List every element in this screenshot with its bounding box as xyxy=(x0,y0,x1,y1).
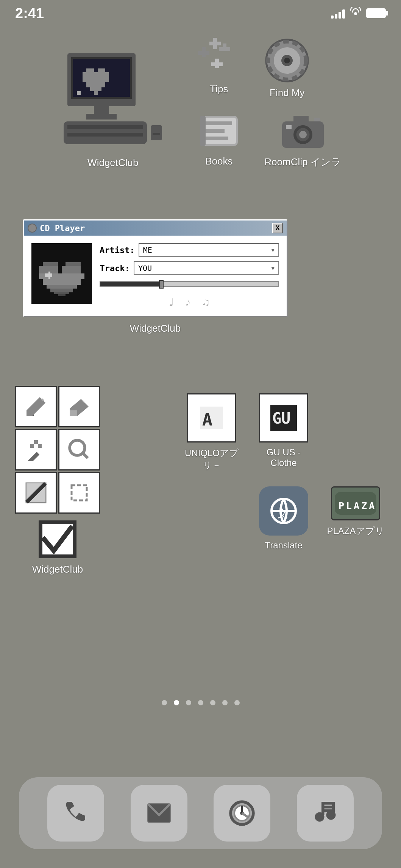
status-bar: 2:41 xyxy=(0,0,401,26)
svg-rect-6 xyxy=(86,82,105,87)
tool-eraser xyxy=(58,386,100,427)
page-dot-0[interactable] xyxy=(162,700,167,705)
svg-rect-20 xyxy=(198,51,209,55)
svg-rect-91 xyxy=(332,802,335,811)
svg-rect-50 xyxy=(47,285,77,289)
app-plaza[interactable]: PLAZA PLAZAアプリ xyxy=(325,486,386,537)
svg-rect-35 xyxy=(200,116,206,146)
widgetclub-grid-widget[interactable]: WidgetClub xyxy=(15,386,100,575)
cd-progress-bar[interactable] xyxy=(100,281,279,287)
svg-text:A: A xyxy=(202,410,212,430)
cd-widget-label: WidgetClub xyxy=(23,323,288,334)
cd-close-button[interactable]: X xyxy=(272,223,283,233)
page-dot-3[interactable] xyxy=(198,700,203,705)
svg-rect-22 xyxy=(219,47,230,51)
tool-wand xyxy=(15,429,57,470)
app-translate[interactable]: 文 Translate xyxy=(253,486,314,551)
app-widgetclub-top-label: WidgetClub xyxy=(87,157,138,169)
svg-rect-9 xyxy=(77,91,81,95)
svg-rect-34 xyxy=(206,137,228,140)
cd-title-text: CD Player xyxy=(40,224,85,233)
svg-rect-41 xyxy=(286,125,292,129)
app-books[interactable]: Books xyxy=(196,110,242,169)
svg-rect-16 xyxy=(153,133,160,135)
cd-track-label: Track: xyxy=(100,264,130,273)
svg-point-93 xyxy=(326,811,336,820)
cd-artist-value[interactable]: ME ▼ xyxy=(139,243,279,257)
cd-player-window: CD Player X xyxy=(23,219,288,317)
app-tips[interactable]: Tips xyxy=(196,38,242,99)
svg-rect-10 xyxy=(94,106,109,114)
cd-controls: ♩ ♪ ♫ xyxy=(100,296,279,309)
svg-rect-32 xyxy=(206,121,232,125)
cd-note-1[interactable]: ♩ xyxy=(169,296,174,309)
checkbox-widget xyxy=(39,520,76,558)
svg-point-92 xyxy=(315,812,325,822)
page-dots xyxy=(0,700,401,705)
cd-title-icon xyxy=(28,224,37,233)
svg-rect-64 xyxy=(38,444,42,448)
svg-rect-51 xyxy=(50,289,73,292)
page-dot-4[interactable] xyxy=(210,700,215,705)
cd-title-left: CD Player xyxy=(28,224,85,233)
guus-icon: GU xyxy=(259,393,308,443)
right-top-icons: Tips Find My xyxy=(196,38,341,169)
page-dot-6[interactable] xyxy=(234,700,240,705)
sparkles-icon xyxy=(196,38,242,79)
app-uniqlo[interactable]: A UNIQLOアプリ－ xyxy=(181,393,242,471)
svg-rect-63 xyxy=(30,444,34,448)
svg-rect-5 xyxy=(83,72,109,82)
svg-rect-45 xyxy=(66,262,81,266)
cd-artist-label: Artist: xyxy=(100,245,135,255)
dock-phone[interactable] xyxy=(47,785,104,842)
app-guus[interactable]: GU GU US - Clothe xyxy=(253,393,314,468)
svg-rect-56 xyxy=(45,273,52,277)
app-widgetclub-top[interactable]: WidgetClub xyxy=(60,50,166,169)
cd-track-row: Track: YOU ▼ xyxy=(100,261,279,275)
app-uniqlo-label: UNIQLOアプリ－ xyxy=(181,447,242,471)
svg-rect-33 xyxy=(206,129,225,133)
app-findmy[interactable]: Find My xyxy=(264,38,310,99)
dock-music[interactable] xyxy=(297,785,354,842)
top-apps-section: WidgetClub Tips xyxy=(0,38,401,169)
svg-rect-66 xyxy=(81,452,89,459)
battery-icon xyxy=(366,8,386,18)
cd-note-2[interactable]: ♪ xyxy=(185,296,190,309)
cd-track-value[interactable]: YOU ▼ xyxy=(134,261,279,275)
cd-note-3[interactable]: ♫ xyxy=(202,296,210,309)
app-roomclip[interactable]: RoomClip インラ xyxy=(264,110,341,169)
camera-icon xyxy=(280,110,326,152)
svg-rect-37 xyxy=(293,116,309,123)
cd-player-widget: CD Player X xyxy=(23,219,288,334)
svg-rect-61 xyxy=(27,452,39,461)
app-books-label: Books xyxy=(205,155,232,167)
tool-magnify xyxy=(58,429,100,470)
bottom-apps-section: WidgetClub A UNIQLOアプリ－ GU GU US - Cloth… xyxy=(0,386,401,575)
cd-track-dropdown: ▼ xyxy=(271,265,275,271)
svg-text:PLAZA: PLAZA xyxy=(339,500,376,511)
cd-titlebar: CD Player X xyxy=(24,220,287,236)
svg-rect-24 xyxy=(211,62,223,66)
svg-rect-53 xyxy=(58,294,66,296)
cd-artist-dropdown: ▼ xyxy=(271,247,275,253)
pixel-heart xyxy=(35,249,88,298)
svg-rect-11 xyxy=(86,114,117,120)
cd-content: Artist: ME ▼ Track: YOU ▼ xyxy=(24,236,287,316)
page-dot-2[interactable] xyxy=(186,700,191,705)
svg-rect-42 xyxy=(314,118,320,121)
svg-text:文: 文 xyxy=(278,508,288,519)
dock-mail[interactable] xyxy=(131,785,187,842)
page-dot-5[interactable] xyxy=(222,700,228,705)
svg-rect-52 xyxy=(54,292,69,294)
cd-progress-thumb xyxy=(159,280,164,289)
dock-compass[interactable] xyxy=(214,785,270,842)
computer-icon xyxy=(60,50,166,152)
svg-rect-44 xyxy=(43,262,58,266)
svg-rect-60 xyxy=(70,410,77,416)
svg-rect-13 xyxy=(67,125,143,129)
svg-rect-18 xyxy=(209,42,221,45)
app-tips-label: Tips xyxy=(210,83,228,95)
translate-icon: 文 xyxy=(259,486,308,536)
svg-rect-47 xyxy=(62,266,81,273)
page-dot-1[interactable] xyxy=(174,700,179,705)
